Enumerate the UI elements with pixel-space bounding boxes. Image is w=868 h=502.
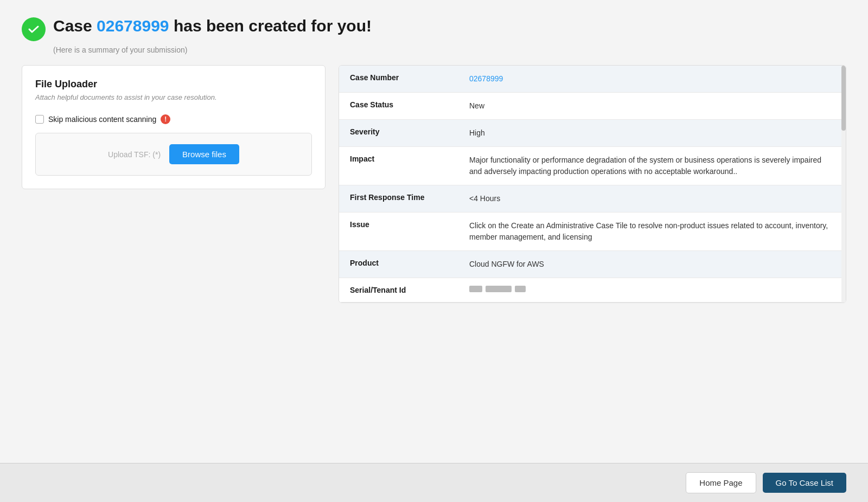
header-title-block: Case 02678999 has been created for you!	[53, 16, 372, 36]
row-value: Major functionality or performance degra…	[458, 147, 846, 185]
case-details-table: Case Number02678999Case StatusNewSeverit…	[339, 66, 846, 303]
title-suffix: has been created for you!	[169, 17, 372, 35]
file-uploader-subtitle: Attach helpful documents to assist in yo…	[35, 93, 312, 101]
row-label: Product	[339, 251, 458, 278]
upload-label: Upload TSF: (*)	[108, 150, 161, 159]
row-value: <4 Hours	[458, 185, 846, 213]
table-row: Case StatusNew	[339, 93, 846, 120]
table-row: ImpactMajor functionality or performance…	[339, 147, 846, 185]
scrollbar-track	[841, 66, 846, 303]
success-icon	[22, 17, 46, 41]
row-value: Click on the Create an Administrative Ca…	[458, 213, 846, 251]
redacted-value	[469, 286, 835, 292]
row-value	[458, 278, 846, 303]
row-value: New	[458, 93, 846, 120]
row-label: Impact	[339, 147, 458, 185]
title-prefix: Case	[53, 17, 97, 35]
warning-icon: !	[161, 114, 170, 124]
case-details-panel: Case Number02678999Case StatusNewSeverit…	[339, 65, 846, 303]
table-row: Case Number02678999	[339, 66, 846, 93]
scrollbar-thumb	[841, 66, 846, 131]
page-header: Case 02678999 has been created for you!	[22, 16, 846, 41]
table-row: Serial/Tenant Id	[339, 278, 846, 303]
row-label: Case Status	[339, 93, 458, 120]
file-uploader-title: File Uploader	[35, 79, 312, 90]
row-label: Serial/Tenant Id	[339, 278, 458, 303]
skip-scanning-label: Skip malicious content scanning	[48, 115, 156, 124]
skip-scanning-checkbox[interactable]	[35, 115, 44, 124]
go-to-case-list-button[interactable]: Go To Case List	[763, 473, 846, 493]
page-title: Case 02678999 has been created for you!	[53, 16, 372, 36]
table-row: IssueClick on the Create an Administrati…	[339, 213, 846, 251]
home-page-button[interactable]: Home Page	[686, 472, 756, 493]
header-subtitle: (Here is a summary of your submission)	[53, 46, 846, 54]
table-row: ProductCloud NGFW for AWS	[339, 251, 846, 278]
redacted-block	[469, 286, 482, 292]
row-label: Issue	[339, 213, 458, 251]
header-case-number: 02678999	[97, 17, 169, 35]
redacted-block	[515, 286, 526, 292]
row-label: Case Number	[339, 66, 458, 93]
file-uploader-panel: File Uploader Attach helpful documents t…	[22, 65, 326, 189]
columns-layout: File Uploader Attach helpful documents t…	[22, 65, 846, 303]
footer: Home Page Go To Case List	[0, 463, 868, 502]
row-value: High	[458, 120, 846, 147]
row-value[interactable]: 02678999	[458, 66, 846, 93]
main-content: Case 02678999 has been created for you! …	[0, 0, 868, 463]
upload-area: Upload TSF: (*) Browse files	[35, 133, 312, 176]
case-number-link[interactable]: 02678999	[469, 74, 503, 83]
redacted-block	[486, 286, 512, 292]
row-value: Cloud NGFW for AWS	[458, 251, 846, 278]
row-label: First Response Time	[339, 185, 458, 213]
table-row: SeverityHigh	[339, 120, 846, 147]
table-row: First Response Time<4 Hours	[339, 185, 846, 213]
browse-files-button[interactable]: Browse files	[169, 144, 239, 164]
row-label: Severity	[339, 120, 458, 147]
skip-scanning-row: Skip malicious content scanning !	[35, 114, 312, 124]
